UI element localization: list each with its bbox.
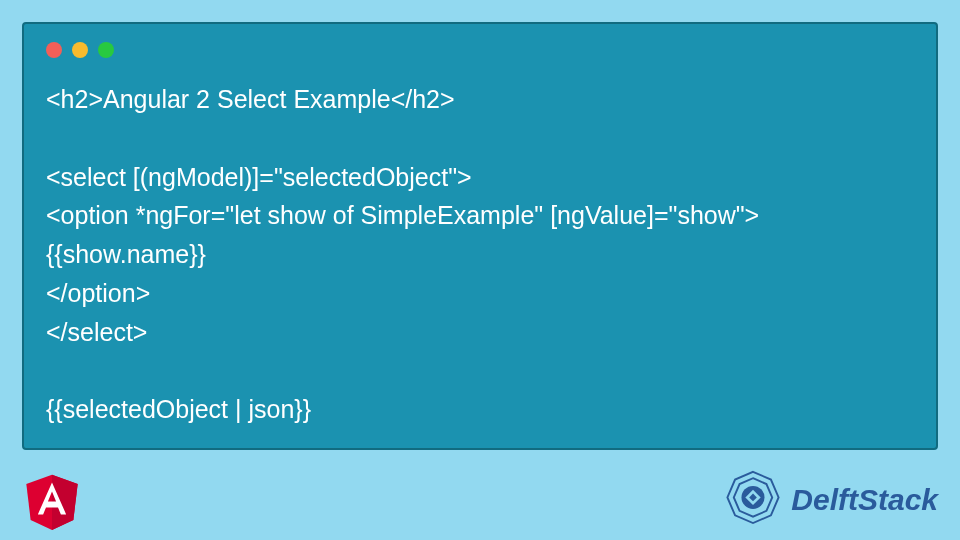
footer: DelftStack: [0, 460, 960, 540]
delftstack-brand: DelftStack: [721, 468, 938, 532]
angular-logo-icon: [22, 470, 82, 530]
code-line: </option>: [46, 274, 914, 313]
delftstack-logo-icon: [721, 468, 785, 532]
code-line: {{show.name}}: [46, 235, 914, 274]
code-line: <option *ngFor="let show of SimpleExampl…: [46, 196, 914, 235]
code-line: [46, 351, 914, 390]
window-dot-minimize-icon: [72, 42, 88, 58]
window-dot-close-icon: [46, 42, 62, 58]
code-line: </select>: [46, 313, 914, 352]
delftstack-name: DelftStack: [791, 483, 938, 517]
code-block: <h2>Angular 2 Select Example</h2> <selec…: [46, 80, 914, 429]
code-line: <h2>Angular 2 Select Example</h2>: [46, 80, 914, 119]
window-dot-maximize-icon: [98, 42, 114, 58]
code-line: {{selectedObject | json}}: [46, 390, 914, 429]
code-line: <select [(ngModel)]="selectedObject">: [46, 158, 914, 197]
code-card: <h2>Angular 2 Select Example</h2> <selec…: [22, 22, 938, 450]
code-line: [46, 119, 914, 158]
window-dots: [46, 42, 914, 58]
